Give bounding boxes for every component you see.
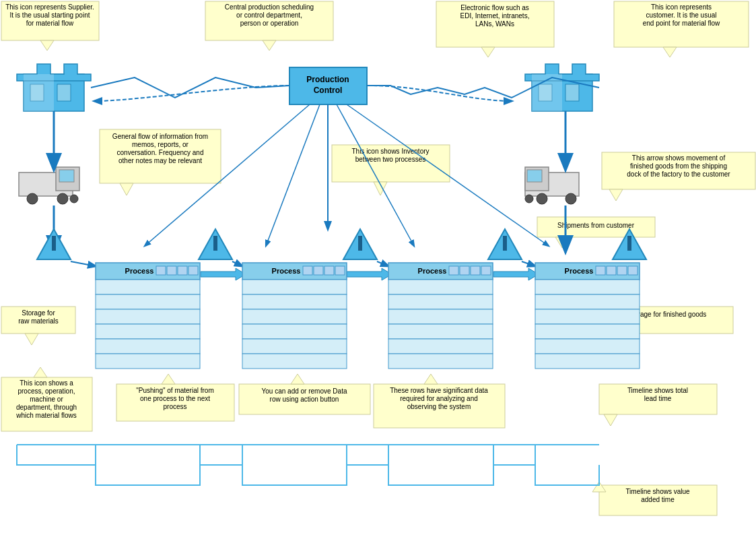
svg-rect-100 (156, 266, 166, 275)
svg-text:Central production scheduling: Central production scheduling (225, 3, 314, 11)
svg-rect-118 (242, 309, 347, 324)
svg-rect-143 (535, 324, 640, 339)
svg-text:Electronic flow such as: Electronic flow such as (460, 4, 529, 11)
svg-text:process, operation,: process, operation, (18, 387, 75, 395)
svg-text:This icon represents: This icon represents (651, 3, 712, 11)
svg-rect-104 (96, 280, 200, 294)
svg-marker-58 (604, 414, 617, 426)
svg-rect-133 (388, 354, 493, 369)
svg-rect-121 (242, 354, 347, 369)
svg-marker-49 (291, 374, 304, 384)
svg-text:machine or: machine or (30, 396, 63, 403)
svg-text:row using action button: row using action button (270, 396, 339, 403)
svg-text:This arrow shows movement of: This arrow shows movement of (632, 154, 726, 162)
svg-rect-105 (96, 294, 200, 309)
production-control-label: Production (306, 75, 349, 84)
svg-rect-128 (388, 280, 493, 294)
svg-marker-37 (609, 189, 623, 201)
svg-rect-78 (24, 74, 54, 111)
svg-marker-54 (424, 374, 438, 384)
electronic-arrow-left (91, 77, 289, 98)
i-marker-3 (503, 236, 507, 251)
svg-rect-140 (535, 280, 640, 294)
timeline-value-2 (242, 465, 347, 485)
process-box-2: Process (242, 263, 347, 369)
svg-rect-139 (628, 266, 638, 275)
svg-rect-108 (96, 339, 200, 354)
timeline-steps (17, 445, 599, 465)
svg-point-90 (70, 195, 78, 203)
i-marker-1 (213, 236, 217, 251)
svg-rect-117 (242, 294, 347, 309)
timeline-value-3 (388, 465, 493, 485)
svg-rect-103 (188, 266, 198, 275)
process-box-3: Process (388, 263, 493, 369)
svg-rect-116 (242, 280, 347, 294)
svg-marker-14 (481, 47, 495, 57)
arrow-to-proc2 (266, 104, 320, 246)
svg-text:Process: Process (418, 267, 447, 275)
customer-factory (525, 64, 599, 111)
svg-text:Control: Control (314, 86, 343, 95)
svg-text:department, through: department, through (16, 404, 77, 411)
tri3-to-proc4 (522, 261, 535, 266)
svg-rect-109 (96, 354, 200, 369)
svg-text:Shipments from customer: Shipments from customer (557, 222, 635, 229)
svg-text:Process: Process (125, 267, 154, 275)
process-box-4: Process (535, 263, 640, 369)
main-svg: This icon represents Supplier. It is the… (0, 0, 756, 535)
tri1-to-proc2 (232, 261, 242, 266)
svg-text:other notes may be relevant: other notes may be relevant (118, 157, 202, 164)
i-marker-4 (627, 236, 631, 251)
svg-text:between two processes: between two processes (355, 156, 426, 163)
i-marker-0 (52, 236, 56, 251)
svg-text:LANs, WANs: LANs, WANs (475, 20, 514, 28)
svg-rect-124 (449, 266, 458, 275)
svg-text:added time: added time (641, 496, 675, 503)
svg-rect-145 (535, 354, 640, 369)
svg-text:You can add or remove Data: You can add or remove Data (262, 387, 347, 395)
svg-rect-141 (535, 294, 640, 309)
svg-text:process: process (163, 403, 186, 410)
svg-text:These rows have significant da: These rows have significant data (390, 387, 488, 394)
svg-text:Process: Process (272, 267, 301, 275)
svg-text:which material flows: which material flows (15, 412, 76, 419)
diagram-container: { "title": "Value Stream Map", "callouts… (0, 0, 756, 535)
svg-text:one process to the next: one process to the next (140, 395, 210, 402)
tri0-to-proc1 (71, 261, 96, 266)
svg-text:for material flow: for material flow (26, 20, 74, 27)
push-arrow-2-3 (347, 268, 392, 280)
svg-text:person or operation: person or operation (240, 20, 299, 27)
process-box-1: Process (96, 263, 200, 369)
push-arrow-3-4 (493, 268, 539, 280)
svg-text:"Pushing" of material from: "Pushing" of material from (136, 387, 213, 394)
svg-rect-131 (388, 324, 493, 339)
svg-rect-126 (471, 266, 480, 275)
svg-text:end point for material flow: end point for material flow (643, 20, 720, 27)
svg-rect-101 (167, 266, 176, 275)
svg-point-95 (565, 193, 576, 204)
svg-point-96 (525, 195, 533, 203)
svg-marker-9 (263, 40, 276, 51)
svg-marker-45 (162, 374, 175, 384)
supplier-factory (17, 64, 91, 111)
svg-point-88 (27, 193, 38, 204)
svg-marker-4 (40, 40, 54, 51)
svg-rect-130 (388, 309, 493, 324)
svg-rect-114 (324, 266, 334, 275)
svg-rect-115 (335, 266, 345, 275)
svg-text:observing the system: observing the system (407, 403, 471, 410)
svg-rect-113 (314, 266, 323, 275)
svg-rect-112 (303, 266, 312, 275)
svg-point-89 (57, 193, 68, 204)
svg-text:customer.  It is the usual: customer. It is the usual (646, 11, 716, 19)
svg-text:This icon shows a: This icon shows a (20, 379, 73, 387)
svg-text:It is the usual starting point: It is the usual starting point (10, 11, 90, 19)
svg-text:or control department,: or control department, (236, 11, 302, 19)
svg-text:EDI, Internet, intranets,: EDI, Internet, intranets, (460, 12, 530, 20)
svg-text:Timeline shows total: Timeline shows total (627, 387, 688, 394)
timeline-value-1 (96, 465, 200, 485)
svg-rect-106 (96, 309, 200, 324)
svg-marker-25 (120, 183, 133, 195)
svg-text:required for analyzing and: required for analyzing and (400, 395, 478, 402)
